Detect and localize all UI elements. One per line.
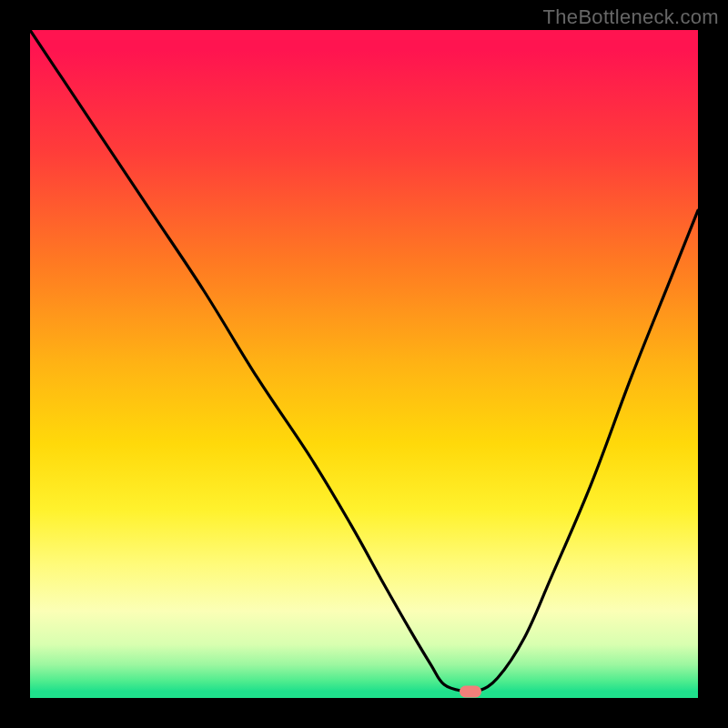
watermark-text: TheBottleneck.com xyxy=(543,5,719,29)
plot-area xyxy=(30,30,698,698)
optimal-point-marker xyxy=(460,685,481,697)
bottleneck-curve xyxy=(30,30,698,698)
chart-frame: TheBottleneck.com xyxy=(0,0,728,728)
